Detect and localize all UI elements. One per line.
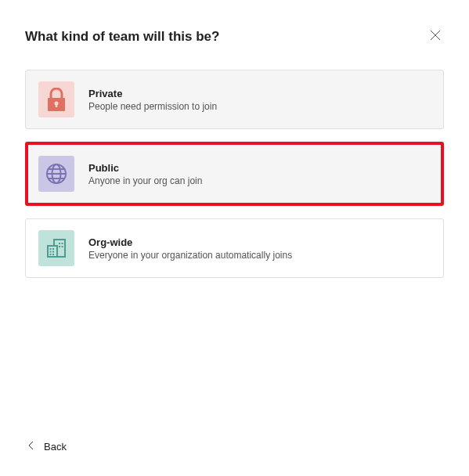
option-private[interactable]: Private People need permission to join [25,70,444,129]
option-public[interactable]: Public Anyone in your org can join [25,142,444,206]
svg-rect-10 [50,248,52,250]
svg-rect-17 [62,243,63,244]
globe-icon [38,156,74,192]
svg-rect-15 [52,254,54,255]
option-orgwide-desc: Everyone in your organization automatica… [88,250,292,261]
option-private-title: Private [88,88,217,99]
dialog-title: What kind of team will this be? [25,29,219,45]
team-type-options: Private People need permission to join P… [0,46,469,278]
back-button[interactable]: Back [28,441,67,453]
svg-rect-11 [52,248,54,250]
building-icon [38,230,74,266]
svg-rect-13 [52,251,54,253]
option-private-text: Private People need permission to join [88,88,217,112]
dialog-footer: Back [28,441,67,453]
option-public-desc: Anyone in your org can join [88,175,202,186]
close-button[interactable] [427,27,444,46]
close-icon [430,31,441,43]
dialog-header: What kind of team will this be? [0,0,469,46]
option-orgwide-title: Org-wide [88,236,292,248]
back-label: Back [44,441,67,453]
svg-rect-12 [50,251,52,253]
svg-rect-18 [59,246,60,247]
svg-rect-14 [50,254,52,255]
option-private-desc: People need permission to join [88,101,217,112]
svg-rect-19 [62,246,63,247]
svg-rect-16 [59,243,60,244]
option-public-text: Public Anyone in your org can join [88,162,202,186]
lock-icon [38,81,74,117]
svg-rect-2 [56,103,58,107]
chevron-left-icon [28,441,34,453]
option-orgwide[interactable]: Org-wide Everyone in your organization a… [25,218,444,278]
option-orgwide-text: Org-wide Everyone in your organization a… [88,236,292,261]
option-public-title: Public [88,162,202,174]
